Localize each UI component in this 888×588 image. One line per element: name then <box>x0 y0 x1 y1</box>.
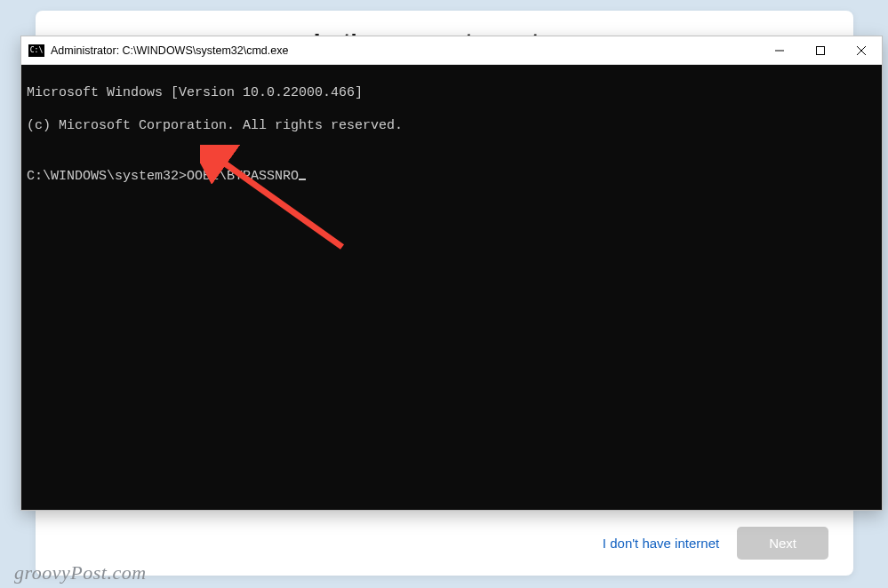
minimize-icon <box>775 46 784 55</box>
cmd-window: C:\ Administrator: C:\WINDOWS\system32\c… <box>20 36 883 511</box>
close-icon <box>857 46 866 55</box>
svg-rect-1 <box>817 46 825 54</box>
close-button[interactable] <box>841 36 882 65</box>
cmd-cursor <box>299 179 306 180</box>
maximize-button[interactable] <box>800 36 841 65</box>
cmd-line-copyright: (c) Microsoft Corporation. All rights re… <box>27 118 876 135</box>
watermark: groovyPost.com <box>14 561 147 584</box>
maximize-icon <box>816 46 825 55</box>
cmd-body[interactable]: Microsoft Windows [Version 10.0.22000.46… <box>21 65 882 510</box>
cmd-line-version: Microsoft Windows [Version 10.0.22000.46… <box>27 85 876 102</box>
cmd-command: OOBE\BYPASSNRO <box>187 169 299 184</box>
cmd-icon: C:\ <box>28 44 44 57</box>
minimize-button[interactable] <box>759 36 800 65</box>
next-button[interactable]: Next <box>737 527 828 560</box>
cmd-prompt: C:\WINDOWS\system32> <box>27 169 187 184</box>
oobe-footer: I don't have internet Next <box>603 527 828 560</box>
cmd-title: Administrator: C:\WINDOWS\system32\cmd.e… <box>51 44 288 57</box>
cmd-line-prompt: C:\WINDOWS\system32>OOBE\BYPASSNRO <box>27 169 876 186</box>
cmd-titlebar[interactable]: C:\ Administrator: C:\WINDOWS\system32\c… <box>21 36 882 65</box>
no-internet-link[interactable]: I don't have internet <box>603 536 719 551</box>
